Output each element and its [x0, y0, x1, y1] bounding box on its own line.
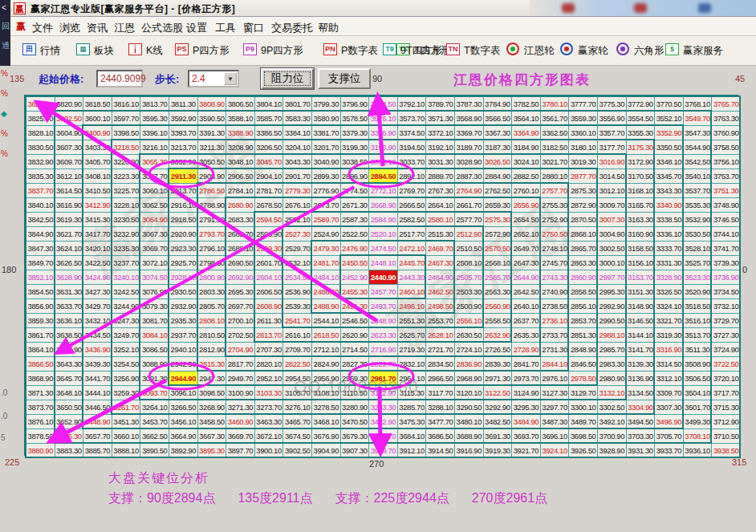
- grid-cell: 3117.70: [425, 385, 455, 400]
- step-combobox[interactable]: 2.4 ▼: [188, 70, 239, 87]
- grid-cell: 2824.90: [311, 356, 341, 372]
- grid-cell: 3753.70: [711, 169, 741, 184]
- grid-cell: 2460.10: [397, 284, 427, 299]
- grid-cell: 3592.90: [169, 111, 198, 126]
- grid-cell: 3297.70: [540, 400, 570, 415]
- support-button[interactable]: 支撑位: [318, 68, 371, 89]
- grid-cell: 2923.30: [169, 241, 198, 256]
- grid-cell: 2577.70: [454, 212, 484, 227]
- grid-cell: 3760.90: [711, 125, 741, 140]
- grid-cell: 2462.50: [425, 284, 455, 299]
- menu-item-7[interactable]: 工具: [215, 21, 236, 35]
- grid-cell: 2940.10: [169, 342, 198, 357]
- menu-item-6[interactable]: 设置: [186, 21, 207, 35]
- grid-cell: 2971.30: [483, 371, 513, 386]
- grid-cell: 2556.10: [454, 313, 484, 328]
- grid-cell: 2880.10: [540, 169, 570, 184]
- grid-cell: 3604.90: [55, 125, 84, 140]
- grid-cell: 2496.10: [397, 298, 427, 314]
- grid-cell: 3777.70: [568, 96, 598, 112]
- grid-cell: 2868.10: [568, 226, 598, 242]
- grid-cell: 3540.10: [683, 169, 713, 184]
- grid-cell: 2572.90: [483, 226, 513, 242]
- grid-cell: 2887.30: [454, 169, 484, 184]
- grid-cell: 3417.70: [83, 226, 112, 242]
- menu-item-5[interactable]: 公式选股: [141, 21, 183, 35]
- grid-cell: 3216.10: [140, 140, 169, 155]
- menu-item-8[interactable]: 窗口: [243, 21, 264, 35]
- menu-item-4[interactable]: 江恩: [114, 21, 135, 35]
- grid-cell: 3132.10: [597, 385, 627, 400]
- grid-cell: 2827.30: [340, 356, 370, 372]
- background-window-glyph: <: [2, 3, 6, 12]
- grid-cell: 2716.90: [368, 342, 398, 357]
- grid-cell: 3458.50: [197, 414, 227, 429]
- grid-cell: 2620.90: [340, 327, 370, 343]
- grid-cell: 3016.90: [597, 154, 627, 169]
- grid-cell: 2520.10: [368, 226, 398, 242]
- grid-cell: 3741.70: [711, 241, 741, 256]
- grid-cell: 3576.10: [368, 111, 398, 126]
- menu-item-9[interactable]: 交易委托: [271, 21, 313, 35]
- grid-cell: 3028.90: [454, 154, 484, 169]
- grid-cell: 3232.90: [112, 226, 141, 242]
- grid-cell: 3878.50: [26, 428, 55, 444]
- grid-cell: 3376.90: [368, 125, 398, 140]
- grid-cell: 2932.90: [169, 298, 198, 314]
- grid-cell: 3098.50: [197, 385, 227, 400]
- grid-cell: 3532.90: [683, 212, 713, 227]
- grid-cell: 3057.70: [140, 169, 169, 184]
- menu-item-3[interactable]: 资讯: [87, 21, 108, 35]
- grid-cell: 3422.50: [83, 255, 112, 270]
- grid-cell: 2935.30: [169, 313, 198, 328]
- menu-item-1[interactable]: 文件: [32, 21, 53, 35]
- grid-cell: 3861.70: [26, 327, 55, 343]
- grid-cell: 3204.10: [282, 140, 312, 155]
- grid-cell: 3084.10: [140, 327, 169, 343]
- grid-cell: 3573.70: [397, 111, 427, 126]
- grid-cell: 2575.30: [483, 212, 513, 227]
- toolbar-label: P数字表: [341, 44, 378, 58]
- grid-cell: 3854.50: [26, 284, 55, 299]
- grid-cell: 2647.30: [511, 255, 541, 270]
- grid-cell: 3717.70: [711, 385, 741, 400]
- market-grid-icon: 田: [22, 43, 36, 55]
- start-price-input[interactable]: 2440.9099: [96, 70, 143, 87]
- grid-cell: 3552.10: [654, 111, 684, 126]
- grid-cell: 3348.10: [654, 154, 684, 169]
- grid-cell: 3249.70: [112, 327, 141, 343]
- toolbar-label: T数字表: [464, 44, 500, 58]
- grid-cell: 3700.90: [597, 428, 627, 444]
- support-level-text: 支撑：90度2894点: [108, 491, 215, 505]
- grid-cell: 2983.30: [597, 356, 627, 372]
- grid-cell: 2985.70: [597, 342, 627, 357]
- grid-cell: 2973.70: [511, 371, 541, 386]
- grid-cell: 2966.50: [425, 371, 455, 386]
- menu-item-2[interactable]: 浏览: [59, 21, 80, 35]
- grid-cell: 2875.30: [568, 183, 598, 198]
- dollar-icon: $: [665, 43, 679, 55]
- grid-cell: 3643.30: [55, 356, 84, 372]
- grid-cell: 2673.70: [311, 197, 341, 213]
- grid-cell: 3172.90: [626, 154, 656, 169]
- grid-cell: 3489.70: [568, 414, 598, 429]
- grid-cell: 3432.10: [83, 313, 112, 328]
- grid-cell: 3708.10: [683, 428, 713, 444]
- grid-cell: 3259.30: [112, 385, 141, 400]
- grid-cell: 3434.50: [83, 327, 112, 343]
- grid-cell: 3223.30: [112, 169, 141, 184]
- grid-cell: 3912.10: [397, 443, 427, 458]
- grid-cell: 2683.30: [226, 212, 255, 227]
- grid-cell: 2976.10: [540, 371, 570, 386]
- combo-dropdown-icon[interactable]: ▼: [224, 72, 237, 85]
- resistance-button[interactable]: 阻力位: [261, 68, 314, 89]
- grid-cell: 2920.90: [169, 226, 198, 242]
- grid-cell: 3182.50: [540, 140, 570, 155]
- menu-item-10[interactable]: 帮助: [318, 21, 339, 35]
- grid-cell: 2844.10: [540, 356, 570, 372]
- grid-cell: 3696.10: [540, 428, 570, 444]
- grid-cell: 2731.30: [540, 342, 570, 357]
- grid-cell: 3936.10: [683, 443, 713, 458]
- grid-cell: 3633.70: [55, 298, 84, 314]
- grid-cell: 3686.50: [425, 428, 455, 444]
